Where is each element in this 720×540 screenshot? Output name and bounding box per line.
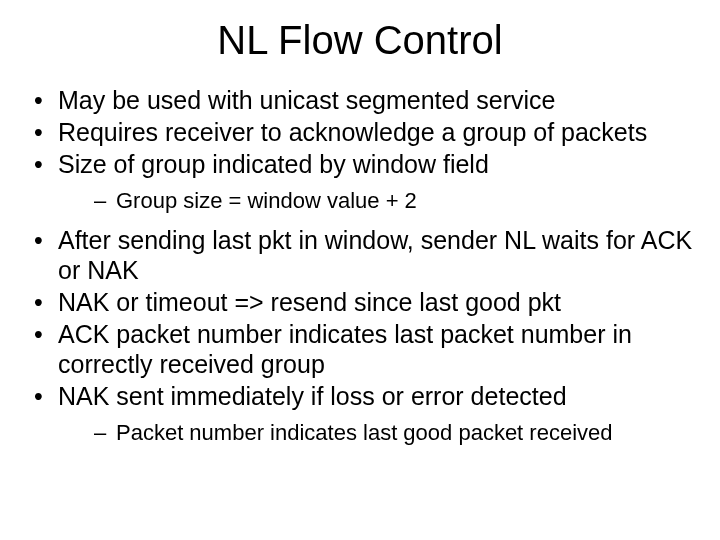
list-item-text: After sending last pkt in window, sender…	[58, 226, 692, 284]
list-item: ACK packet number indicates last packet …	[26, 319, 694, 379]
sub-list-item-text: Packet number indicates last good packet…	[116, 420, 613, 445]
bullet-list: May be used with unicast segmented servi…	[26, 85, 694, 446]
sub-list-item: Packet number indicates last good packet…	[58, 419, 694, 447]
sub-list-item: Group size = window value + 2	[58, 187, 694, 215]
list-item: May be used with unicast segmented servi…	[26, 85, 694, 115]
slide-title: NL Flow Control	[26, 18, 694, 63]
list-item: Requires receiver to acknowledge a group…	[26, 117, 694, 147]
list-item-text: May be used with unicast segmented servi…	[58, 86, 555, 114]
list-item-text: NAK sent immediately if loss or error de…	[58, 382, 567, 410]
list-item-text: NAK or timeout => resend since last good…	[58, 288, 561, 316]
sub-list: Packet number indicates last good packet…	[58, 419, 694, 447]
list-item: After sending last pkt in window, sender…	[26, 225, 694, 285]
list-item-text: Requires receiver to acknowledge a group…	[58, 118, 647, 146]
list-item: Size of group indicated by window field …	[26, 149, 694, 215]
list-item-text: ACK packet number indicates last packet …	[58, 320, 632, 378]
list-item: NAK sent immediately if loss or error de…	[26, 381, 694, 447]
sub-list: Group size = window value + 2	[58, 187, 694, 215]
list-item: NAK or timeout => resend since last good…	[26, 287, 694, 317]
list-item-text: Size of group indicated by window field	[58, 150, 489, 178]
sub-list-item-text: Group size = window value + 2	[116, 188, 417, 213]
